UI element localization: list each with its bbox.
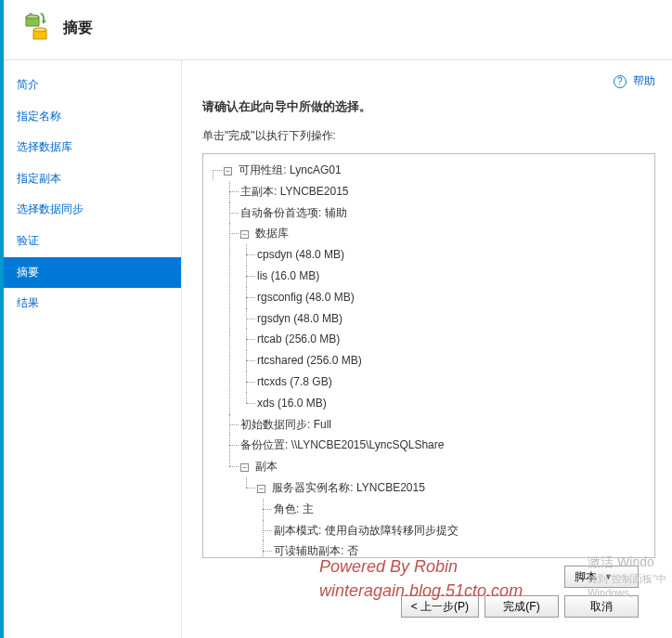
- script-button-label: 脚本: [575, 569, 597, 585]
- summary-tree[interactable]: − 可用性组: LyncAG01 主副本: LYNCBE2015 自动备份首选项…: [202, 153, 655, 558]
- replicas-label: 副本: [255, 460, 278, 473]
- sidebar-item-select-db[interactable]: 选择数据库: [4, 132, 181, 163]
- server-instance-label: 服务器实例名称:: [272, 481, 353, 494]
- database-item: rgsconfig (48.0 MB): [240, 287, 651, 308]
- ag-label: 可用性组:: [239, 163, 286, 176]
- collapse-icon[interactable]: −: [224, 167, 232, 176]
- replica-mode-value: 使用自动故障转移同步提交: [325, 524, 459, 537]
- auto-backup-label: 自动备份首选项:: [240, 206, 321, 219]
- databases-label: 数据库: [255, 227, 289, 240]
- role-value: 主: [303, 502, 314, 515]
- ag-name: LyncAG01: [290, 163, 342, 176]
- sidebar-item-select-sync[interactable]: 选择数据同步: [4, 194, 181, 226]
- finish-button[interactable]: 完成(F): [485, 595, 559, 618]
- database-item: rtcxds (7.8 GB): [240, 371, 651, 393]
- chevron-down-icon: ▼: [604, 572, 613, 581]
- previous-button[interactable]: < 上一步(P): [401, 595, 479, 618]
- database-item: cpsdyn (48.0 MB): [240, 244, 651, 266]
- sidebar-item-specify-replica[interactable]: 指定副本: [4, 163, 181, 195]
- database-item: lis (16.0 MB): [240, 266, 651, 287]
- database-item: rgsdyn (48.0 MB): [240, 308, 651, 330]
- collapse-icon[interactable]: −: [257, 485, 265, 493]
- wizard-footer: 脚本 ▼ < 上一步(P) 完成(F) 取消: [202, 558, 655, 631]
- readable-secondary-label: 可读辅助副本:: [274, 544, 343, 557]
- initial-sync-label: 初始数据同步:: [240, 418, 310, 431]
- page-title: 摘要: [63, 19, 93, 38]
- subinstruction-text: 单击"完成"以执行下列操作:: [202, 128, 655, 144]
- collapse-icon[interactable]: −: [240, 463, 249, 472]
- backup-loc-value: \\LYNCBE2015\LyncSQLShare: [291, 438, 445, 451]
- wizard-header: 摘要: [4, 0, 672, 60]
- svg-point-0: [26, 15, 39, 19]
- instruction-text: 请确认在此向导中所做的选择。: [202, 98, 655, 115]
- primary-replica-value: LYNCBE2015: [280, 185, 349, 198]
- initial-sync-value: Full: [314, 418, 331, 431]
- database-item: rtcab (256.0 MB): [240, 329, 651, 350]
- server-instance-value: LYNCBE2015: [356, 481, 425, 494]
- database-item: xds (16.0 MB): [240, 393, 651, 414]
- sidebar-item-specify-name[interactable]: 指定名称: [4, 101, 181, 133]
- help-link[interactable]: 帮助: [633, 74, 655, 87]
- sidebar-item-result[interactable]: 结果: [4, 288, 181, 319]
- sidebar-item-intro[interactable]: 简介: [4, 70, 181, 101]
- backup-loc-label: 备份位置:: [240, 438, 288, 451]
- primary-replica-label: 主副本:: [240, 185, 277, 198]
- database-item: rtcshared (256.0 MB): [240, 350, 651, 371]
- auto-backup-value: 辅助: [325, 206, 347, 219]
- role-label: 角色:: [274, 502, 299, 515]
- database-icon: [20, 13, 50, 43]
- script-button[interactable]: 脚本 ▼: [564, 566, 639, 588]
- sidebar-item-validate[interactable]: 验证: [4, 226, 181, 257]
- svg-point-1: [33, 28, 46, 32]
- readable-secondary-value: 否: [347, 544, 358, 557]
- help-icon: ?: [614, 75, 627, 88]
- replica-mode-label: 副本模式:: [274, 524, 321, 537]
- cancel-button[interactable]: 取消: [564, 595, 639, 618]
- wizard-steps-sidebar: 简介 指定名称 选择数据库 指定副本 选择数据同步 验证 摘要 结果: [4, 60, 182, 638]
- help-link-container: ? 帮助: [202, 73, 655, 89]
- collapse-icon[interactable]: −: [240, 230, 249, 239]
- sidebar-item-summary[interactable]: 摘要: [4, 257, 181, 289]
